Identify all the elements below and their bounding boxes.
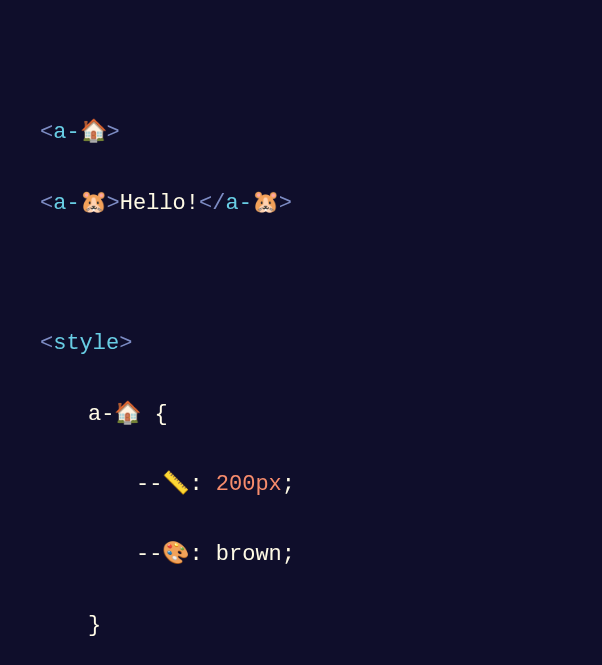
angle-close: > <box>107 120 120 145</box>
code-line: a-🏠 { <box>40 397 562 432</box>
code-line: --📏: 200px; <box>40 467 562 502</box>
brace-open: { <box>141 402 167 427</box>
code-snippet: <a-🏠> <a-🐹>Hello!</a-🐹> <style> a-🏠 { --… <box>40 80 562 665</box>
code-line: --🎨: brown; <box>40 537 562 572</box>
angle-open: < <box>40 331 53 356</box>
angle-open: < <box>40 120 53 145</box>
palette-icon: 🎨 <box>162 542 189 567</box>
angle-open: < <box>40 191 53 216</box>
code-line: <a-🏠> <box>40 115 562 150</box>
house-icon: 🏠 <box>114 402 141 427</box>
brace-close: } <box>88 613 101 638</box>
value-color: brown <box>216 542 282 567</box>
house-icon: 🏠 <box>80 120 107 145</box>
ruler-icon: 📏 <box>162 472 189 497</box>
text-content: Hello! <box>120 191 199 216</box>
angle-close: > <box>279 191 292 216</box>
custom-prop-dash: -- <box>136 542 162 567</box>
tag-name: a- <box>53 191 79 216</box>
semicolon: ; <box>282 472 295 497</box>
hamster-icon: 🐹 <box>80 191 107 216</box>
value-number: 200px <box>216 472 282 497</box>
colon: : <box>189 472 215 497</box>
angle-close: > <box>107 191 120 216</box>
code-line: } <box>40 608 562 643</box>
code-line: <style> <box>40 326 562 361</box>
semicolon: ; <box>282 542 295 567</box>
blank-line <box>40 256 562 291</box>
colon: : <box>189 542 215 567</box>
angle-open-slash: </ <box>199 191 225 216</box>
tag-name: style <box>53 331 119 356</box>
custom-prop-dash: -- <box>136 472 162 497</box>
code-line: <a-🐹>Hello!</a-🐹> <box>40 186 562 221</box>
tag-name: a- <box>53 120 79 145</box>
selector: a- <box>88 402 114 427</box>
angle-close: > <box>119 331 132 356</box>
tag-name: a- <box>225 191 251 216</box>
hamster-icon: 🐹 <box>252 191 279 216</box>
